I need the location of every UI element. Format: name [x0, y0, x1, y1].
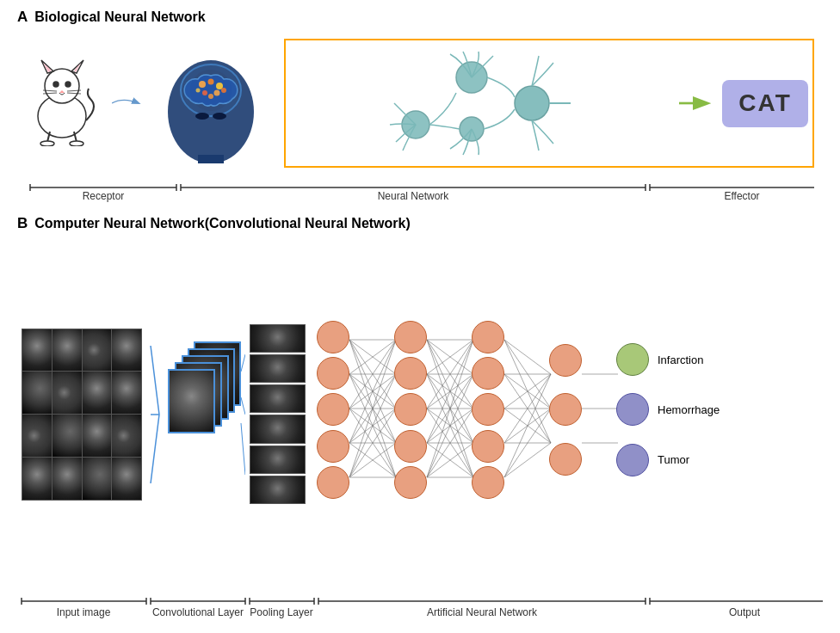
main-container: A Biological Neural Network: [0, 0, 840, 633]
nn-node: [549, 393, 582, 426]
section-a-content: CAT: [17, 30, 823, 176]
svg-text:Artificial Neural Network: Artificial Neural Network: [427, 606, 538, 618]
svg-text:Receptor: Receptor: [83, 190, 125, 202]
svg-line-118: [504, 443, 551, 477]
svg-line-104: [504, 340, 551, 374]
output-hemorrhage: Hemorrhage: [616, 393, 720, 426]
nn-node: [549, 443, 582, 476]
svg-point-15: [40, 141, 54, 146]
svg-point-20: [199, 81, 206, 88]
mri-cell: [112, 458, 141, 500]
nn-node: [472, 430, 504, 463]
nn-node: [317, 357, 349, 390]
section-a-title-text: Biological Neural Network: [34, 9, 205, 25]
hemorrhage-node: [616, 393, 649, 426]
section-a-labels: Receptor Neural Network Effector: [26, 181, 814, 202]
section-b-label: B: [17, 215, 28, 232]
cat-output-box: CAT: [722, 80, 808, 127]
output-tumor: Tumor: [616, 444, 720, 476]
mri-to-conv-arrow: [146, 329, 164, 501]
mri-cell: [112, 372, 141, 414]
neurons-area: [290, 47, 670, 159]
mri-cell: [112, 415, 141, 457]
mri-cell: [52, 458, 82, 500]
nn-node: [394, 466, 427, 499]
section-b-title-text: Computer Neural Network(Convolutional Ne…: [34, 216, 411, 231]
svg-point-6: [53, 82, 59, 87]
section-a-label: A: [17, 9, 28, 26]
blue-connection-lines: [146, 329, 164, 501]
neurons-svg: [386, 47, 575, 159]
ann-layer-2: [394, 320, 427, 501]
nn-node: [394, 430, 427, 463]
nn-node: [472, 466, 504, 499]
svg-point-23: [202, 90, 207, 95]
green-arrow-icon: [679, 94, 713, 113]
mri-cell: [52, 415, 82, 457]
pooling-layer: [250, 324, 306, 505]
mri-cell: [22, 372, 52, 414]
svg-point-29: [195, 113, 209, 120]
mri-cell: [52, 372, 82, 414]
svg-point-27: [221, 88, 226, 93]
ann-layer-4: [549, 320, 582, 501]
conv-layer-stack: [168, 329, 241, 501]
tumor-node: [616, 444, 649, 476]
svg-text:Input image: Input image: [57, 606, 111, 618]
pool-cell: [250, 354, 306, 383]
section-b-content: Infarction Hemorrhage Tumor: [17, 237, 823, 592]
section-b-brackets-svg: Input image Convolutional Layer Pooling …: [17, 594, 823, 624]
pool-cell: [250, 324, 306, 353]
infarction-label: Infarction: [658, 353, 703, 366]
pool-cell: [250, 384, 306, 413]
output-infarction: Infarction: [616, 343, 720, 376]
pool-cell: [250, 476, 306, 504]
mri-cell: [22, 458, 52, 500]
svg-line-53: [241, 423, 245, 475]
svg-point-26: [196, 89, 201, 93]
mri-cell: [22, 415, 52, 457]
svg-text:Convolutional Layer: Convolutional Layer: [152, 606, 244, 618]
section-a-title: A Biological Neural Network: [17, 9, 823, 26]
nn-node: [472, 321, 504, 353]
mri-cell: [52, 329, 82, 372]
mri-input-grid: [22, 329, 142, 501]
ann-layer-3: [472, 320, 504, 501]
svg-text:Output: Output: [729, 606, 761, 618]
svg-point-7: [65, 82, 71, 87]
brain-icon: [155, 43, 267, 163]
nn-node: [394, 321, 427, 353]
nn-node: [472, 357, 504, 390]
conv-frame: [168, 369, 215, 433]
nn-node: [549, 344, 582, 377]
brain-image: [155, 43, 267, 163]
svg-text:Pooling Layer: Pooling Layer: [250, 606, 312, 618]
mri-cell: [83, 415, 112, 457]
section-b-labels: Input image Convolutional Layer Pooling …: [17, 594, 823, 624]
ann-layer-1: [317, 320, 349, 501]
svg-rect-18: [198, 155, 224, 163]
ann-area: Infarction Hemorrhage Tumor: [317, 320, 818, 509]
section-b-title: B Computer Neural Network(Convolutional …: [17, 215, 823, 232]
svg-point-24: [214, 90, 220, 96]
nn-node: [472, 393, 504, 426]
mri-cell: [22, 329, 52, 372]
nn-node: [394, 357, 427, 390]
svg-point-1: [45, 69, 79, 103]
neural-to-output-arrow: [679, 94, 713, 113]
svg-line-52: [241, 397, 245, 415]
svg-point-30: [213, 113, 226, 120]
nn-node: [317, 430, 349, 463]
section-a-brackets-svg: Receptor Neural Network Effector: [26, 181, 814, 202]
tumor-label: Tumor: [658, 453, 689, 466]
nn-node: [317, 321, 349, 353]
svg-point-34: [515, 86, 549, 120]
svg-text:Neural Network: Neural Network: [378, 190, 450, 202]
svg-line-48: [151, 346, 159, 415]
mri-cell: [83, 329, 112, 372]
svg-point-22: [216, 83, 223, 89]
svg-line-51: [241, 354, 245, 372]
svg-point-25: [208, 94, 213, 99]
nn-node: [317, 393, 349, 426]
svg-point-16: [70, 141, 83, 146]
